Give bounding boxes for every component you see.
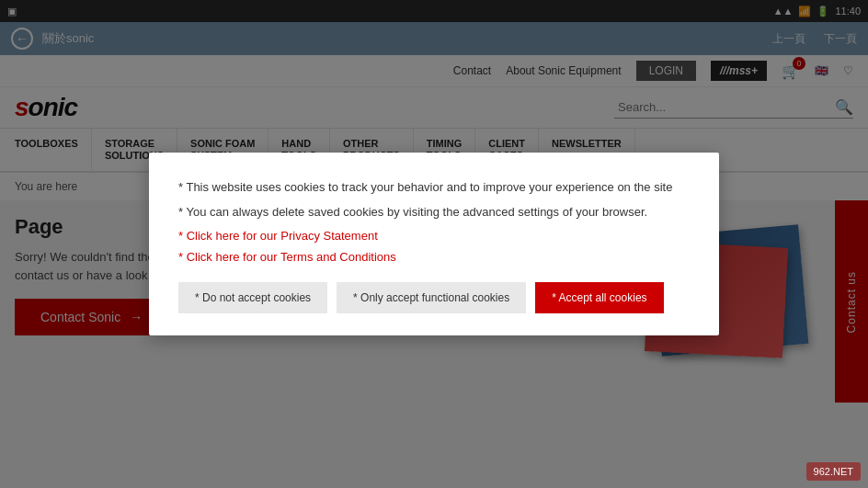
privacy-statement-link[interactable]: * Click here for our Privacy Statement (178, 229, 690, 243)
terms-conditions-link[interactable]: * Click here for our Terms and Condition… (178, 250, 690, 264)
accept-all-cookies-button[interactable]: * Accept all cookies (535, 282, 663, 313)
modal-overlay: * This website uses cookies to track you… (0, 0, 868, 488)
cookie-buttons-group: * Do not accept cookies * Only accept fu… (178, 282, 690, 313)
cookie-text-line2: * You can always delete saved cookies by… (178, 203, 690, 222)
cookie-consent-modal: * This website uses cookies to track you… (149, 153, 719, 336)
functional-cookies-button[interactable]: * Only accept functional cookies (337, 282, 526, 313)
reject-cookies-button[interactable]: * Do not accept cookies (178, 282, 327, 313)
watermark: 962.NET (806, 462, 861, 481)
cookie-text-line1: * This website uses cookies to track you… (178, 178, 690, 198)
